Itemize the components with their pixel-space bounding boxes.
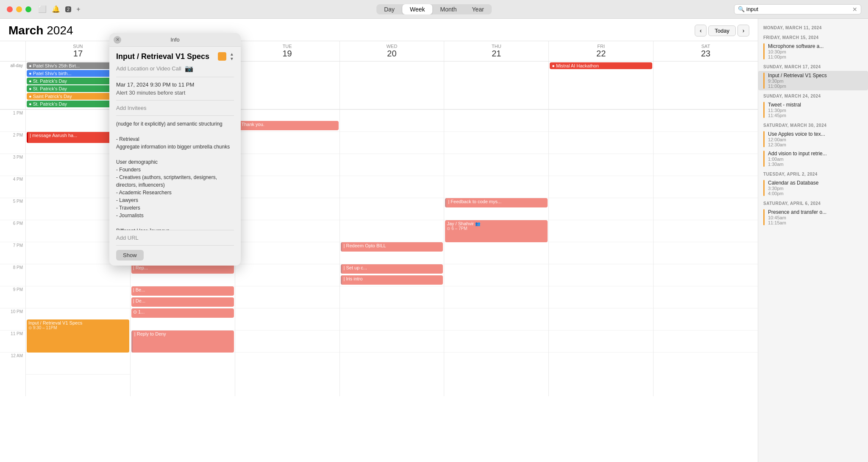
hour-8pm-fri <box>549 264 653 286</box>
info-add-invitees[interactable]: Add Invitees <box>116 105 234 116</box>
event-thank-you[interactable]: | Thank you. <box>236 121 339 130</box>
event-title-input-retrieval: Input / Retrieval V1 Specs <box>768 73 863 78</box>
event-iris-intro[interactable]: | Iris intro <box>341 275 443 285</box>
event-bar-calendar-database <box>763 180 765 196</box>
date-header-mar11: Monday, March 11, 2024 <box>758 22 868 32</box>
event-bar-microphone <box>763 43 765 59</box>
allday-col-wed20 <box>339 62 444 109</box>
hour-7pm-sat <box>654 242 758 264</box>
info-stepper[interactable]: ▲ ▼ <box>230 52 234 61</box>
titlebar: ⬜ 🔔 2 + Day Week Month Year 🔍 ✕ <box>0 0 868 19</box>
event-reply-deny[interactable]: | Reply to Deny <box>131 330 234 353</box>
event-title-apples-voice: Use Apples voice to tex... <box>768 131 863 137</box>
traffic-lights <box>7 6 31 12</box>
hour-1pm-sat <box>654 109 758 132</box>
event-title-microphone: Microphone software a... <box>768 43 863 49</box>
hour-12am-sat <box>654 352 758 374</box>
hour-9pm-tue <box>235 286 339 308</box>
hour-9pm-sat <box>654 286 758 308</box>
time-label-1pm: 1 PM <box>0 109 25 132</box>
today-button[interactable]: Today <box>708 25 736 36</box>
upcoming-event-microphone[interactable]: Microphone software a... 10:30pm11:00pm <box>758 42 868 61</box>
notification-icon[interactable]: 🔔 <box>52 5 60 13</box>
calendar-month: March <box>8 24 43 37</box>
event-content-presence-transfer: Presence and transfer o... 10:45am11:15a… <box>768 209 863 225</box>
allday-event-mistral-hack-allday[interactable]: ● Mistral AI Hackathon <box>550 62 652 69</box>
add-icon[interactable]: + <box>76 6 80 13</box>
hour-7pm-wed: | Redeem Opto BILL <box>340 242 444 264</box>
time-label-8pm: 8 PM <box>0 264 25 286</box>
hour-10pm-wed <box>340 308 444 330</box>
event-title-tweet-mistral: Tweet - mistral <box>768 102 863 108</box>
tab-month[interactable]: Month <box>433 4 465 14</box>
event-content-tweet-mistral: Tweet - mistral 11:30pm11:45pm <box>768 102 863 118</box>
hour-6pm-sat <box>654 220 758 242</box>
info-color-button[interactable] <box>218 52 226 61</box>
minimize-button[interactable] <box>16 6 22 12</box>
hour-4pm-fri <box>549 176 653 198</box>
day-header-wed20: WED 20 <box>339 41 444 61</box>
event-jay-shahvir[interactable]: Jay / Shahvir 👥 ⊙ 6 – 7PM <box>445 220 548 242</box>
clear-search-button[interactable]: ✕ <box>852 6 857 13</box>
event-de[interactable]: | De... <box>131 297 234 307</box>
hour-8pm-mon: | Rep... <box>131 264 235 286</box>
info-popup-header: ✕ Info <box>109 33 241 47</box>
upcoming-event-apples-voice[interactable]: Use Apples voice to tex... 12:00am12:30a… <box>758 129 868 149</box>
info-show-button[interactable]: Show <box>116 250 144 260</box>
maximize-button[interactable] <box>25 6 31 12</box>
hour-8pm-wed: | Set up c... | Iris intro <box>340 264 444 286</box>
prev-button[interactable]: ‹ <box>695 25 707 36</box>
time-label-7pm: 7 PM <box>0 242 25 264</box>
hour-6pm-fri <box>549 220 653 242</box>
info-add-location[interactable]: Add Location or Video Call 📷 <box>116 64 234 77</box>
hour-2pm-sat <box>654 132 758 154</box>
hour-3pm-sat <box>654 154 758 176</box>
hour-11pm-sat <box>654 330 758 352</box>
event-feedback-code[interactable]: | Feedback to code mys... <box>445 198 548 207</box>
event-setup-c[interactable]: | Set up c... <box>341 264 443 274</box>
event-input-retrieval-main[interactable]: Input / Retrieval V1 Specs ⊙ 9:30 – 11PM <box>27 319 129 353</box>
date-header-apr6: Saturday, April 6, 2024 <box>758 198 868 207</box>
hour-9pm-thu <box>444 286 548 308</box>
event-rep[interactable]: | Rep... <box>131 264 234 274</box>
search-box: 🔍 ✕ <box>734 4 861 14</box>
allday-label: all-day <box>0 62 25 109</box>
time-label-10pm: 10 PM <box>0 308 25 330</box>
event-be[interactable]: | Be... <box>131 286 234 296</box>
tab-day[interactable]: Day <box>376 4 402 14</box>
sidebar-icon[interactable]: ⬜ <box>38 5 47 13</box>
upcoming-event-tweet-mistral[interactable]: Tweet - mistral 11:30pm11:45pm <box>758 100 868 120</box>
event-time-input-retrieval: 9:30pm11:00pm <box>768 78 863 89</box>
event-redeem-opto[interactable]: | Redeem Opto BILL <box>341 242 443 252</box>
info-add-url[interactable]: Add URL <box>116 235 234 246</box>
upcoming-event-add-vision[interactable]: Add vision to input retrie... 1:00am1:30… <box>758 149 868 168</box>
upcoming-event-presence-transfer[interactable]: Presence and transfer o... 10:45am11:15a… <box>758 207 868 227</box>
close-button[interactable] <box>7 6 13 12</box>
col-fri22 <box>548 109 653 396</box>
hour-12am-wed <box>340 352 444 374</box>
hour-4pm-thu <box>444 176 548 198</box>
search-input[interactable] <box>746 6 852 12</box>
hour-1pm-fri <box>549 109 653 132</box>
hour-8pm-thu <box>444 264 548 286</box>
hour-8pm-sun <box>26 264 130 286</box>
hour-5pm-fri <box>549 198 653 220</box>
event-1clock[interactable]: ⊙ 1... <box>131 308 234 318</box>
upcoming-event-calendar-database[interactable]: Calendar as Database 3:30pm4:00pm <box>758 178 868 198</box>
hour-3pm-fri <box>549 154 653 176</box>
tab-week[interactable]: Week <box>402 4 433 14</box>
col-wed20: | Redeem Opto BILL | Set up c... | Iris … <box>339 109 444 396</box>
allday-col-tue19 <box>235 62 339 109</box>
col-tue19: | Thank you. <box>235 109 339 396</box>
allday-col-fri22: ● Mistral AI Hackathon <box>548 62 653 109</box>
info-close-button[interactable]: ✕ <box>114 36 121 44</box>
next-button[interactable]: › <box>737 25 749 36</box>
hour-11pm-tue <box>235 330 339 352</box>
tab-year[interactable]: Year <box>465 4 492 14</box>
upcoming-event-input-retrieval[interactable]: Input / Retrieval V1 Specs 9:30pm11:00pm <box>758 71 868 90</box>
video-icon: 📷 <box>185 64 193 73</box>
hour-2pm-thu <box>444 132 548 154</box>
hour-11pm-thu <box>444 330 548 352</box>
info-event-title-row: Input / Retrieval V1 Specs ▲ ▼ <box>116 52 234 61</box>
event-content-microphone: Microphone software a... 10:30pm11:00pm <box>768 43 863 59</box>
